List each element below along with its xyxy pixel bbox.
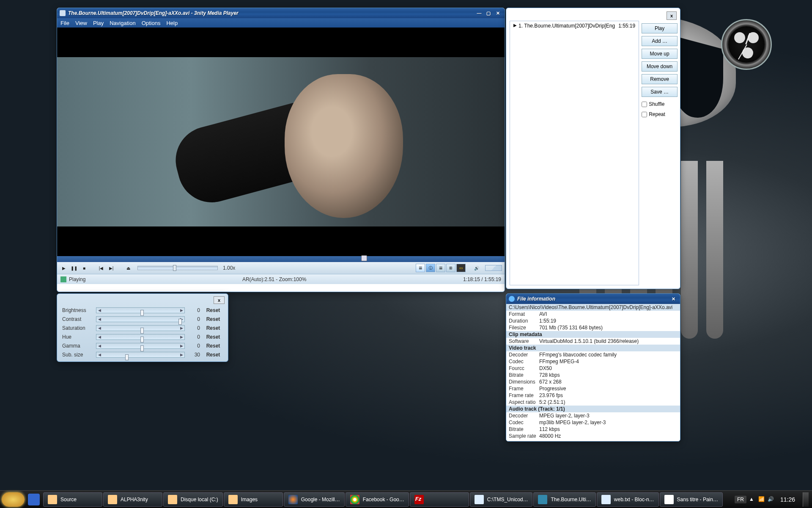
menu-help[interactable]: Help bbox=[166, 20, 178, 26]
taskbar-item[interactable]: Images bbox=[224, 492, 283, 507]
prev-button[interactable]: |◀ bbox=[97, 264, 105, 272]
adjust-label: Contrast bbox=[62, 316, 93, 322]
playlist-shuffle-checkbox[interactable]: Shuffle bbox=[642, 101, 678, 107]
item-duration: 1:55:19 bbox=[618, 23, 635, 29]
menu-play[interactable]: Play bbox=[93, 20, 104, 26]
now-playing-icon: ▶ bbox=[513, 23, 517, 29]
close-button[interactable]: ✕ bbox=[494, 10, 502, 17]
clock[interactable]: 11:26 bbox=[777, 496, 798, 503]
adjust-value: 0 bbox=[188, 316, 200, 322]
playlist-add-button[interactable]: Add … bbox=[642, 36, 678, 46]
info-toggle[interactable]: ⓘ bbox=[426, 264, 435, 272]
media-player-window: The.Bourne.Ultimatum[2007]DvDrip[Eng]-aX… bbox=[57, 8, 505, 292]
adjust-reset-button[interactable]: Reset bbox=[203, 352, 223, 358]
adjust-label: Sub. size bbox=[62, 352, 93, 358]
taskbar-item[interactable]: The.Bourne.Ulti… bbox=[533, 492, 595, 507]
player-titlebar[interactable]: The.Bourne.Ultimatum[2007]DvDrip[Eng]-aX… bbox=[57, 8, 505, 18]
adjust-reset-button[interactable]: Reset bbox=[203, 316, 223, 322]
adjust-slider[interactable]: ◀▶ bbox=[96, 316, 185, 322]
taskbar-item[interactable]: Google - Mozill… bbox=[284, 492, 345, 507]
adjust-row-saturation: Saturation◀▶0Reset bbox=[62, 323, 223, 332]
taskbar-item[interactable]: C:\TMS_Unicod… bbox=[470, 492, 533, 507]
adjust-slider[interactable]: ◀▶ bbox=[96, 352, 185, 358]
adjust-slider[interactable]: ◀▶ bbox=[96, 343, 185, 349]
rate-slider[interactable] bbox=[137, 266, 218, 270]
play-button[interactable]: ▶ bbox=[60, 264, 68, 272]
grid-toggle[interactable]: ⊞ bbox=[446, 264, 455, 272]
taskbar-item[interactable]: Source bbox=[43, 492, 102, 507]
adjust-close-button[interactable]: x bbox=[214, 296, 225, 304]
fileinfo-row: Duration1:55:19 bbox=[506, 318, 680, 324]
taskbar-item[interactable]: Facebook - Goo… bbox=[346, 492, 409, 507]
adjust-value: 0 bbox=[188, 325, 200, 331]
eject-button[interactable]: ⏏ bbox=[124, 264, 132, 272]
clock-gadget[interactable] bbox=[721, 19, 772, 70]
list-toggle[interactable] bbox=[436, 264, 445, 272]
controls-bar: ▶ ❚❚ ■ |◀ ▶| ⏏ 1.00x ⓘ ⊞ ▭ 🔊 bbox=[57, 262, 505, 274]
seek-bar[interactable] bbox=[57, 256, 505, 262]
quicklaunch[interactable] bbox=[25, 492, 42, 507]
adjust-slider[interactable]: ◀▶ bbox=[96, 334, 185, 340]
playlist-close-button[interactable]: x bbox=[667, 11, 677, 20]
adjust-row-hue: Hue◀▶0Reset bbox=[62, 332, 223, 341]
stop-button[interactable]: ■ bbox=[80, 264, 88, 272]
menu-options[interactable]: Options bbox=[142, 20, 161, 26]
adjust-value: 0 bbox=[188, 343, 200, 349]
tray-flag-icon[interactable]: ▲ bbox=[749, 496, 756, 503]
minimize-button[interactable]: — bbox=[475, 10, 483, 17]
adjust-reset-button[interactable]: Reset bbox=[203, 334, 223, 340]
taskbar-item[interactable]: Sans titre - Pain… bbox=[660, 492, 723, 507]
taskbar: SourceALPHA3nityDisque local (C:)ImagesG… bbox=[0, 490, 812, 508]
fullscreen-button[interactable]: ▭ bbox=[456, 264, 466, 272]
adjust-label: Brightness bbox=[62, 307, 93, 313]
fileinfo-body[interactable]: C:\Users\Nico\Videos\The.Bourne.Ultimatu… bbox=[506, 304, 680, 441]
fileinfo-close-button[interactable]: ✕ bbox=[669, 295, 678, 302]
task-icon bbox=[475, 495, 484, 504]
taskbar-item[interactable]: Disque local (C:) bbox=[163, 492, 223, 507]
taskbar-item[interactable]: web.txt - Bloc-n… bbox=[597, 492, 659, 507]
playlist-item[interactable]: ▶ 1. The.Bourne.Ultimatum[2007]DvDrip[En… bbox=[510, 21, 639, 30]
menu-file[interactable]: File bbox=[60, 20, 69, 26]
window-title: The.Bourne.Ultimatum[2007]DvDrip[Eng]-aX… bbox=[68, 10, 475, 16]
tray-volume-icon[interactable]: 🔊 bbox=[768, 496, 774, 503]
start-button[interactable] bbox=[2, 492, 25, 507]
language-indicator[interactable]: FR bbox=[735, 496, 746, 503]
playlist-playbutton[interactable]: Play bbox=[642, 23, 678, 33]
adjust-slider[interactable]: ◀▶ bbox=[96, 307, 185, 313]
task-icon bbox=[538, 495, 547, 504]
menubar: FileViewPlayNavigationOptionsHelp bbox=[57, 18, 505, 28]
pause-button[interactable]: ❚❚ bbox=[70, 264, 78, 272]
adjust-value: 0 bbox=[188, 334, 200, 340]
show-desktop-button[interactable] bbox=[803, 492, 809, 507]
mute-button[interactable]: 🔊 bbox=[472, 264, 481, 272]
task-icon bbox=[601, 495, 611, 504]
menu-navigation[interactable]: Navigation bbox=[110, 20, 135, 26]
taskbar-item[interactable]: ALPHA3nity bbox=[103, 492, 162, 507]
fileinfo-row: Dimensions672 x 268 bbox=[506, 378, 680, 385]
seek-knob[interactable] bbox=[361, 255, 367, 261]
playlist-move-upbutton[interactable]: Move up bbox=[642, 49, 678, 59]
playlist-list[interactable]: ▶ 1. The.Bourne.Ultimatum[2007]DvDrip[En… bbox=[510, 21, 639, 285]
video-area[interactable] bbox=[57, 28, 505, 256]
task-icon bbox=[288, 495, 298, 504]
playlist-repeat-checkbox[interactable]: Repeat bbox=[642, 111, 678, 117]
menu-view[interactable]: View bbox=[75, 20, 87, 26]
adjust-slider[interactable]: ◀▶ bbox=[96, 325, 185, 331]
adjust-reset-button[interactable]: Reset bbox=[203, 343, 223, 349]
playlist-move-downbutton[interactable]: Move down bbox=[642, 61, 678, 72]
fileinfo-titlebar[interactable]: File information ✕ bbox=[506, 294, 680, 304]
play-state-icon bbox=[60, 276, 66, 282]
playlist-save-button[interactable]: Save … bbox=[642, 87, 678, 97]
task-icon bbox=[664, 495, 674, 504]
maximize-button[interactable]: ▢ bbox=[484, 10, 493, 17]
fileinfo-row: FourccDX50 bbox=[506, 365, 680, 372]
tray-network-icon[interactable]: 📶 bbox=[758, 496, 765, 503]
taskbar-item[interactable] bbox=[410, 492, 469, 507]
playlist-toggle[interactable] bbox=[416, 264, 425, 272]
adjust-reset-button[interactable]: Reset bbox=[203, 325, 223, 331]
adjust-reset-button[interactable]: Reset bbox=[203, 307, 223, 313]
next-button[interactable]: ▶| bbox=[107, 264, 115, 272]
volume-slider[interactable] bbox=[485, 265, 502, 271]
fileinfo-row: Aspect ratio5:2 (2.51:1) bbox=[506, 399, 680, 406]
playlist-removebutton[interactable]: Remove bbox=[642, 74, 678, 84]
